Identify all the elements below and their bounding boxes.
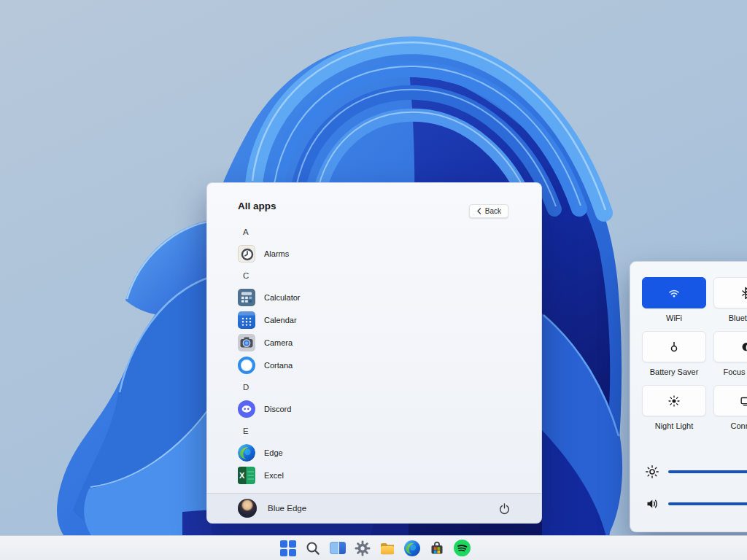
power-icon [498,502,511,515]
calendar-icon [238,311,255,329]
app-label: Cortana [264,361,293,370]
desktop: { "wallpaper": { "base_top_color": "#b7c… [0,0,747,560]
edge-button[interactable] [403,540,421,557]
windows-logo-icon [280,540,296,556]
connect-tile[interactable] [713,385,747,416]
edge-icon [403,540,421,557]
svg-text:X: X [239,471,245,480]
section-letter-E[interactable]: E [238,420,528,441]
app-row-camera[interactable]: Camera [238,331,528,354]
back-button-label: Back [485,207,501,215]
moon-icon [739,341,747,354]
all-apps-title: All apps [238,201,276,211]
app-label: Edge [264,448,283,457]
app-label: Discord [264,405,291,413]
app-label: Calculator [264,293,301,302]
spotify-button[interactable] [453,540,471,557]
excel-icon: X [238,467,255,484]
app-row-discord[interactable]: Discord [238,397,528,420]
task-view-icon [330,542,346,554]
camera-icon [238,334,255,351]
start-menu-footer: Blue Edge [207,493,541,523]
section-letter-label: E [243,427,249,435]
edge-icon [238,444,255,462]
section-letter-A[interactable]: A [238,221,528,242]
taskbar [0,535,747,560]
bluetooth-label: Bluetooth [729,314,747,322]
app-label: Camera [264,338,293,347]
taskbar-icons [279,536,471,560]
app-row-alarms[interactable]: Alarms [238,242,528,265]
app-row-calendar[interactable]: Calendar [238,308,528,331]
app-label: Calendar [264,316,297,324]
chevron-left-icon [476,208,481,214]
app-row-excel[interactable]: X Excel [238,464,528,486]
wifi-label: WiFi [666,314,682,322]
section-letter-C[interactable]: C [238,265,528,286]
spotify-icon [454,540,471,556]
app-row-calculator[interactable]: Calculator [238,286,528,308]
wifi-tile[interactable] [642,277,706,308]
user-avatar[interactable] [238,499,257,518]
brightness-track[interactable] [668,470,747,473]
start-button[interactable] [279,540,297,557]
night-light-tile[interactable] [642,385,706,416]
battery-saver-icon [667,341,681,354]
store-button[interactable] [428,540,446,557]
volume-slider[interactable] [645,496,747,512]
app-label: Alarms [264,249,289,258]
night-light-label: Night Light [655,421,694,430]
cortana-icon [238,357,255,374]
discord-icon [238,400,255,418]
quick-settings-grid: WiFi Bluetooth Battery Saver Focus assis… [642,277,747,430]
calculator-icon [238,289,255,306]
power-button[interactable] [495,499,514,518]
bluetooth-icon [739,287,747,300]
app-row-edge[interactable]: Edge [238,441,528,464]
brightness-slider[interactable] [645,464,747,480]
folder-icon [379,540,396,557]
app-label: Excel [264,471,284,480]
volume-icon [645,497,659,511]
connect-icon [739,394,747,408]
sun-icon [667,394,681,408]
store-icon [428,540,446,557]
section-letter-D[interactable]: D [238,376,528,397]
battery-saver-tile[interactable] [642,331,706,362]
task-view-button[interactable] [329,540,347,557]
section-letter-label: C [243,271,249,280]
quick-settings-panel: WiFi Bluetooth Battery Saver Focus assis… [630,261,747,532]
battery-saver-label: Battery Saver [650,368,699,376]
gear-icon [354,540,371,557]
connect-label: Connect [731,421,747,430]
focus-assist-label: Focus assist [723,368,747,376]
user-name[interactable]: Blue Edge [268,504,306,513]
bluetooth-tile[interactable] [713,277,747,308]
section-letter-label: A [243,228,249,236]
start-menu-all-apps: All apps Back A Alarms C Calculator [206,182,542,524]
search-icon [304,540,322,557]
wifi-icon [667,286,681,300]
volume-track[interactable] [668,502,747,505]
focus-assist-tile[interactable] [713,331,747,362]
back-button[interactable]: Back [469,204,508,218]
section-letter-label: D [243,383,249,392]
search-button[interactable] [304,540,322,557]
settings-button[interactable] [354,540,371,557]
brightness-icon [645,464,659,479]
app-row-cortana[interactable]: Cortana [238,354,528,376]
alarms-icon [238,245,255,262]
file-explorer-button[interactable] [379,540,396,557]
app-list: A Alarms C Calculator Calendar [238,221,528,494]
